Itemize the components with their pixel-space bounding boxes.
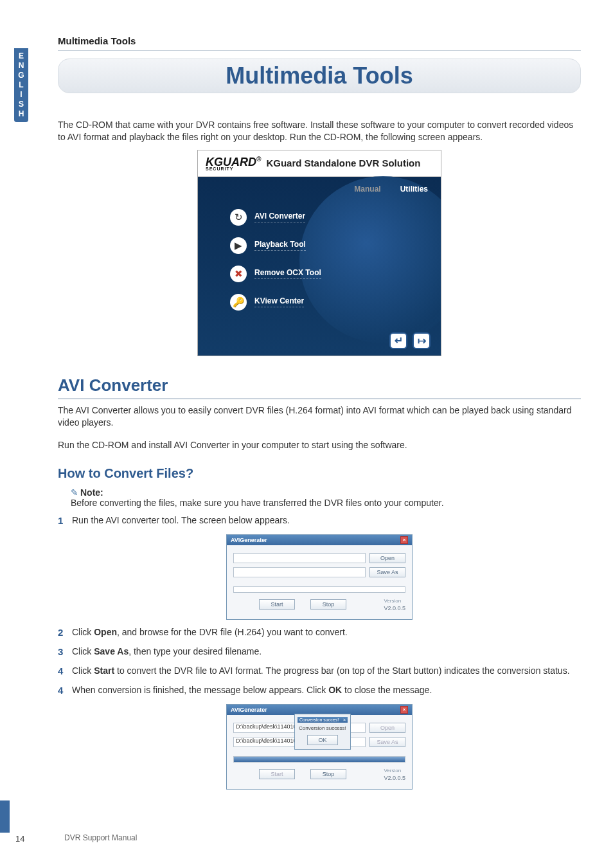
converter-titlebar: AVIGenerater × xyxy=(227,535,412,545)
section-header-small: Multimedia Tools xyxy=(58,35,581,51)
page-title-bar: Multimedia Tools xyxy=(58,59,581,93)
step-4b: 4 When conversion is finished, the messa… xyxy=(58,684,581,697)
success-popup: Conversion succes! × Conversion success!… xyxy=(294,714,351,750)
kguard-installer-screenshot: KGUARD® SECURITY KGuard Standalone DVR S… xyxy=(197,150,441,356)
language-tab: ENGLISH xyxy=(14,48,28,122)
version-value: V2.0.0.5 xyxy=(384,605,405,611)
kguard-logo: KGUARD® SECURITY xyxy=(206,156,261,171)
side-accent xyxy=(0,800,10,833)
avi-paragraph-1: The AVI Converter allows you to easily c… xyxy=(58,404,581,429)
kguard-item-kview-center[interactable]: 🔑 KView Center xyxy=(230,294,409,311)
open-button-2[interactable]: Open xyxy=(369,723,405,733)
progress-bar-2 xyxy=(233,756,405,763)
avi-converter-screenshot-2: AVIGenerater × Conversion succes! × Conv… xyxy=(226,704,413,790)
tab-manual[interactable]: Manual xyxy=(354,185,380,194)
save-as-button-2[interactable]: Save As xyxy=(369,737,405,747)
open-path-input[interactable] xyxy=(233,553,366,563)
popup-titlebar: Conversion succes! × xyxy=(298,717,348,723)
avi-converter-screenshot-1: AVIGenerater × Open Save As Start Stop V… xyxy=(226,534,413,620)
intro-paragraph: The CD-ROM that came with your DVR conta… xyxy=(58,119,581,143)
kguard-tabs: Manual Utilities xyxy=(198,177,441,196)
popup-message: Conversion success! xyxy=(298,723,348,734)
stop-button[interactable]: Stop xyxy=(310,599,346,610)
step-1: 1 Run the AVI converter tool. The screen… xyxy=(58,514,581,527)
open-button[interactable]: Open xyxy=(369,553,405,563)
close-icon[interactable]: × xyxy=(343,718,346,722)
footer-text: DVR Support Manual xyxy=(64,833,137,842)
kguard-item-remove-ocx[interactable]: ✖ Remove OCX Tool xyxy=(230,266,409,282)
language-tab-label: ENGLISH xyxy=(17,51,26,119)
close-icon[interactable]: × xyxy=(400,706,408,714)
kguard-item-list: ↻ AVI Converter ▶ Playback Tool ✖ Remove… xyxy=(198,196,441,329)
save-as-button[interactable]: Save As xyxy=(369,567,405,577)
note-box: ✎Note: Before converting the files, make… xyxy=(71,487,581,508)
tab-utilities[interactable]: Utilities xyxy=(400,185,428,194)
step-3: 3 Click Save As, then type your desired … xyxy=(58,646,581,658)
ok-button[interactable]: OK xyxy=(307,735,338,745)
kview-icon: 🔑 xyxy=(230,294,247,311)
kguard-header: KGUARD® SECURITY KGuard Standalone DVR S… xyxy=(198,150,441,177)
stop-button-2[interactable]: Stop xyxy=(310,769,346,779)
kguard-item-avi-converter[interactable]: ↻ AVI Converter xyxy=(230,209,409,226)
remove-icon: ✖ xyxy=(230,266,247,282)
start-button[interactable]: Start xyxy=(259,599,295,610)
note-text: Before converting the files, make sure y… xyxy=(71,498,444,508)
page-title: Multimedia Tools xyxy=(226,62,413,89)
start-button-2[interactable]: Start xyxy=(259,769,295,779)
kguard-title: KGuard Standalone DVR Solution xyxy=(266,158,420,168)
save-path-input[interactable] xyxy=(233,567,366,577)
progress-bar xyxy=(233,586,405,593)
convert-icon: ↻ xyxy=(230,209,247,226)
version-label-2: Version xyxy=(384,768,401,773)
playback-icon: ▶ xyxy=(230,237,247,254)
section-title-avi: AVI Converter xyxy=(58,375,581,399)
avi-paragraph-2: Run the CD-ROM and install AVI Converter… xyxy=(58,439,581,451)
kguard-enter-button[interactable]: ↵ xyxy=(389,332,407,349)
version-label: Version xyxy=(384,598,401,604)
close-icon[interactable]: × xyxy=(400,536,408,544)
kguard-footer: ↵ ↦ xyxy=(198,329,441,356)
version-value-2: V2.0.0.5 xyxy=(384,775,405,781)
step-4a: 4 Click Start to convert the DVR file to… xyxy=(58,665,581,678)
subsection-howto: How to Convert Files? xyxy=(58,466,581,481)
kguard-item-playback-tool[interactable]: ▶ Playback Tool xyxy=(230,237,409,254)
kguard-exit-button[interactable]: ↦ xyxy=(413,332,431,349)
page-number: 14 xyxy=(15,834,24,844)
step-2: 2 Click Open, and browse for the DVR fil… xyxy=(58,626,581,639)
note-icon: ✎ xyxy=(71,487,78,498)
